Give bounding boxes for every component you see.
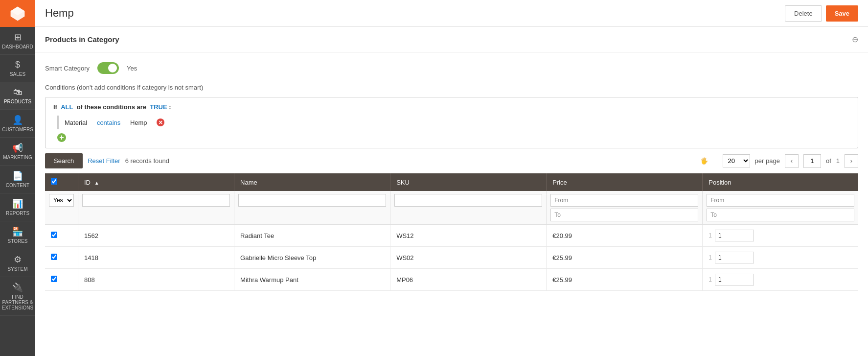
page-content: Products in Category ⊖ Smart Category Ye… <box>35 27 868 356</box>
row-checkbox[interactable] <box>51 276 57 282</box>
row-name: Radiant Tee <box>234 225 390 247</box>
products-table: ID ▲ Name SKU Price Position <box>45 173 858 291</box>
smart-category-toggle[interactable] <box>97 62 119 74</box>
sidebar-item-sales[interactable]: $ SALES <box>0 55 35 82</box>
position-cell: 1 <box>708 274 852 285</box>
section-title: Products in Category <box>45 35 119 44</box>
row-id: 1562 <box>78 225 234 247</box>
row-checkbox[interactable] <box>51 232 57 238</box>
next-page-button[interactable]: › <box>845 154 858 168</box>
select-all-checkbox[interactable] <box>51 178 57 185</box>
sales-icon: $ <box>15 60 20 70</box>
sidebar-item-marketing[interactable]: 📢 MARKETING <box>0 138 35 166</box>
row-checkbox-cell <box>45 269 78 291</box>
per-page-select: 20 50 100 <box>723 154 750 167</box>
row-price: €25.99 <box>547 247 703 269</box>
condition-contains-link[interactable]: contains <box>97 119 120 126</box>
if-label: If <box>53 103 57 111</box>
filter-price-from-to <box>550 194 698 221</box>
filter-checkbox-select[interactable]: Yes No Any <box>49 194 74 207</box>
section-header[interactable]: Products in Category ⊖ <box>35 27 868 52</box>
delete-button[interactable]: Delete <box>785 5 822 22</box>
sidebar-logo[interactable] <box>0 0 35 27</box>
filter-position-to-input[interactable] <box>707 209 854 221</box>
table-row: 808 Mithra Warmup Pant MP06 €25.99 1 <box>45 269 858 291</box>
stores-icon: 🏪 <box>12 226 23 237</box>
condition-value: Hemp <box>130 119 147 126</box>
position-input[interactable] <box>715 252 754 263</box>
row-checkbox-cell <box>45 225 78 247</box>
row-checkbox[interactable] <box>51 254 57 260</box>
dashboard-icon: ⊞ <box>14 32 22 43</box>
customers-icon: 👤 <box>12 115 23 125</box>
filter-price-to-input[interactable] <box>550 209 698 221</box>
per-page-dropdown[interactable]: 20 50 100 <box>723 154 750 167</box>
row-name: Gabrielle Micro Sleeve Top <box>234 247 390 269</box>
sidebar-item-content[interactable]: 📄 CONTENT <box>0 166 35 193</box>
drag-handle-icon: 🖐 <box>700 157 708 165</box>
total-pages: 1 <box>836 157 840 165</box>
filter-name-input[interactable] <box>238 194 386 207</box>
condition-all-link[interactable]: ALL <box>61 103 73 111</box>
row-id: 1418 <box>78 247 234 269</box>
page-title: Hemp <box>45 7 74 20</box>
smart-category-value: Yes <box>127 65 137 72</box>
collapse-button[interactable]: ⊖ <box>852 35 858 44</box>
row-position-cell: 1 <box>703 269 858 291</box>
row-sku: WS12 <box>390 225 547 247</box>
reset-filter-button[interactable]: Reset Filter <box>88 157 120 165</box>
position-num: 1 <box>708 254 712 261</box>
sidebar-item-dashboard[interactable]: ⊞ DASHBOARD <box>0 27 35 55</box>
sidebar-item-label: MARKETING <box>3 155 32 160</box>
of-these-label: of these conditions are <box>77 103 146 111</box>
position-input[interactable] <box>715 274 754 285</box>
sidebar-item-partners[interactable]: 🔌 FIND PARTNERS & EXTENSIONS <box>0 277 35 316</box>
page-number-input[interactable] <box>803 154 821 168</box>
col-price: Price <box>547 173 703 191</box>
conditions-block: If ALL of these conditions are TRUE : Ma… <box>45 97 858 148</box>
reports-icon: 📊 <box>12 198 23 209</box>
conditions-title: Conditions (don't add conditions if cate… <box>45 84 858 91</box>
position-cell: 1 <box>708 252 852 263</box>
col-id: ID ▲ <box>78 173 234 191</box>
position-num: 1 <box>708 232 712 239</box>
row-sku: WS02 <box>390 247 547 269</box>
add-condition-button[interactable]: + <box>57 133 66 142</box>
position-cell: 1 <box>708 230 852 241</box>
filter-sku-cell <box>390 191 547 225</box>
sidebar-item-label: PRODUCTS <box>4 99 31 104</box>
content-icon: 📄 <box>12 170 23 181</box>
system-icon: ⚙ <box>14 254 22 265</box>
table-row: 1418 Gabrielle Micro Sleeve Top WS02 €25… <box>45 247 858 269</box>
table-row: 1562 Radiant Tee WS12 €20.99 1 <box>45 225 858 247</box>
remove-condition-button[interactable]: × <box>157 119 164 126</box>
sidebar-item-system[interactable]: ⚙ SYSTEM <box>0 249 35 277</box>
sidebar-item-reports[interactable]: 📊 REPORTS <box>0 193 35 221</box>
filter-position-from-to <box>707 194 854 221</box>
filter-position-from-input[interactable] <box>707 194 854 207</box>
sidebar-item-stores[interactable]: 🏪 STORES <box>0 221 35 249</box>
filter-price-from-input[interactable] <box>550 194 698 207</box>
filter-name-cell <box>234 191 390 225</box>
condition-if-row: If ALL of these conditions are TRUE : <box>53 103 850 111</box>
filter-id-input[interactable] <box>82 194 230 207</box>
sidebar-item-customers[interactable]: 👤 CUSTOMERS <box>0 110 35 138</box>
col-checkbox <box>45 173 78 191</box>
marketing-icon: 📢 <box>12 142 23 153</box>
position-input[interactable] <box>715 230 754 241</box>
filter-sku-input[interactable] <box>394 194 542 207</box>
search-button[interactable]: Search <box>45 153 83 168</box>
prev-page-button[interactable]: ‹ <box>785 154 799 168</box>
condition-true-link[interactable]: TRUE <box>150 103 167 111</box>
products-icon: 🛍 <box>13 87 22 97</box>
condition-add: + <box>57 133 850 142</box>
filter-checkbox-row: Yes No Any <box>49 194 74 207</box>
id-sort-icon: ▲ <box>94 180 99 186</box>
sidebar: ⊞ DASHBOARD $ SALES 🛍 PRODUCTS 👤 CUSTOME… <box>0 0 35 356</box>
save-button[interactable]: Save <box>826 5 858 22</box>
filter-toolbar: Search Reset Filter 6 records found 🖐 20… <box>45 153 858 168</box>
per-page-label: per page <box>755 157 780 165</box>
sidebar-item-products[interactable]: 🛍 PRODUCTS <box>0 82 35 110</box>
condition-material: Material <box>65 119 87 126</box>
products-section: Products in Category ⊖ Smart Category Ye… <box>35 27 868 301</box>
